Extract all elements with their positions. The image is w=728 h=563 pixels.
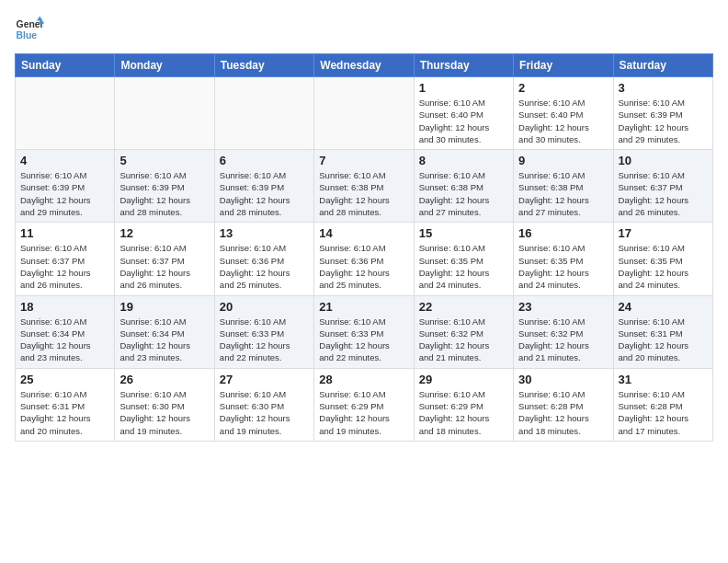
calendar-day-cell: 12Sunrise: 6:10 AM Sunset: 6:37 PM Dayli…: [115, 223, 214, 295]
calendar-week-row: 4Sunrise: 6:10 AM Sunset: 6:39 PM Daylig…: [16, 150, 713, 223]
empty-day-cell: [214, 77, 313, 150]
day-number: 17: [619, 226, 708, 240]
day-detail-text: Sunrise: 6:10 AM Sunset: 6:31 PM Dayligh…: [619, 316, 708, 364]
day-detail-text: Sunrise: 6:10 AM Sunset: 6:39 PM Dayligh…: [619, 97, 708, 145]
day-detail-text: Sunrise: 6:10 AM Sunset: 6:39 PM Dayligh…: [20, 169, 109, 218]
day-number: 3: [619, 81, 708, 95]
calendar-day-cell: 1Sunrise: 6:10 AM Sunset: 6:40 PM Daylig…: [414, 77, 513, 150]
header: General Blue: [15, 15, 713, 44]
day-number: 14: [319, 226, 408, 240]
day-number: 15: [419, 226, 508, 240]
day-number: 24: [619, 300, 708, 314]
calendar-week-row: 18Sunrise: 6:10 AM Sunset: 6:34 PM Dayli…: [16, 295, 713, 368]
day-detail-text: Sunrise: 6:10 AM Sunset: 6:35 PM Dayligh…: [619, 242, 708, 291]
calendar-day-cell: 4Sunrise: 6:10 AM Sunset: 6:39 PM Daylig…: [16, 150, 115, 223]
day-number: 12: [119, 226, 209, 240]
calendar-day-cell: 17Sunrise: 6:10 AM Sunset: 6:35 PM Dayli…: [613, 223, 712, 295]
calendar-day-cell: 3Sunrise: 6:10 AM Sunset: 6:39 PM Daylig…: [613, 77, 712, 150]
day-number: 28: [319, 373, 408, 386]
calendar-day-cell: 24Sunrise: 6:10 AM Sunset: 6:31 PM Dayli…: [613, 295, 712, 368]
empty-day-cell: [16, 77, 115, 150]
calendar-day-cell: 9Sunrise: 6:10 AM Sunset: 6:38 PM Daylig…: [514, 150, 613, 223]
day-number: 13: [220, 226, 309, 240]
calendar-day-cell: 31Sunrise: 6:10 AM Sunset: 6:28 PM Dayli…: [613, 368, 712, 441]
column-header-sunday: Sunday: [16, 54, 115, 77]
day-detail-text: Sunrise: 6:10 AM Sunset: 6:35 PM Dayligh…: [518, 242, 608, 291]
column-header-thursday: Thursday: [414, 54, 513, 77]
day-detail-text: Sunrise: 6:10 AM Sunset: 6:40 PM Dayligh…: [419, 97, 508, 145]
calendar-day-cell: 27Sunrise: 6:10 AM Sunset: 6:30 PM Dayli…: [214, 368, 313, 441]
day-number: 27: [220, 373, 309, 386]
day-number: 16: [518, 226, 608, 240]
day-number: 21: [319, 300, 408, 314]
day-detail-text: Sunrise: 6:10 AM Sunset: 6:30 PM Dayligh…: [119, 388, 209, 437]
calendar-day-cell: 7Sunrise: 6:10 AM Sunset: 6:38 PM Daylig…: [314, 150, 414, 223]
calendar-week-row: 1Sunrise: 6:10 AM Sunset: 6:40 PM Daylig…: [16, 77, 713, 150]
day-number: 2: [518, 81, 608, 95]
day-detail-text: Sunrise: 6:10 AM Sunset: 6:37 PM Dayligh…: [619, 169, 708, 218]
calendar-day-cell: 11Sunrise: 6:10 AM Sunset: 6:37 PM Dayli…: [16, 223, 115, 295]
calendar-day-cell: 13Sunrise: 6:10 AM Sunset: 6:36 PM Dayli…: [214, 223, 313, 295]
day-detail-text: Sunrise: 6:10 AM Sunset: 6:30 PM Dayligh…: [220, 388, 309, 437]
day-detail-text: Sunrise: 6:10 AM Sunset: 6:37 PM Dayligh…: [119, 242, 209, 291]
calendar-day-cell: 6Sunrise: 6:10 AM Sunset: 6:39 PM Daylig…: [214, 150, 313, 223]
calendar-day-cell: 30Sunrise: 6:10 AM Sunset: 6:28 PM Dayli…: [514, 368, 613, 441]
day-number: 6: [220, 154, 309, 167]
calendar-week-row: 11Sunrise: 6:10 AM Sunset: 6:37 PM Dayli…: [16, 223, 713, 295]
day-number: 10: [619, 154, 708, 167]
day-detail-text: Sunrise: 6:10 AM Sunset: 6:33 PM Dayligh…: [319, 316, 408, 364]
calendar-day-cell: 26Sunrise: 6:10 AM Sunset: 6:30 PM Dayli…: [115, 368, 214, 441]
column-header-friday: Friday: [514, 54, 613, 77]
day-number: 9: [518, 154, 608, 167]
day-detail-text: Sunrise: 6:10 AM Sunset: 6:35 PM Dayligh…: [419, 242, 508, 291]
calendar-table: SundayMondayTuesdayWednesdayThursdayFrid…: [15, 53, 713, 442]
day-detail-text: Sunrise: 6:10 AM Sunset: 6:39 PM Dayligh…: [119, 169, 209, 218]
calendar-day-cell: 2Sunrise: 6:10 AM Sunset: 6:40 PM Daylig…: [514, 77, 613, 150]
day-number: 1: [419, 81, 508, 95]
calendar-day-cell: 15Sunrise: 6:10 AM Sunset: 6:35 PM Dayli…: [414, 223, 513, 295]
day-number: 7: [319, 154, 408, 167]
day-detail-text: Sunrise: 6:10 AM Sunset: 6:34 PM Dayligh…: [20, 316, 109, 364]
day-detail-text: Sunrise: 6:10 AM Sunset: 6:38 PM Dayligh…: [518, 169, 608, 218]
calendar-day-cell: 22Sunrise: 6:10 AM Sunset: 6:32 PM Dayli…: [414, 295, 513, 368]
calendar-day-cell: 25Sunrise: 6:10 AM Sunset: 6:31 PM Dayli…: [16, 368, 115, 441]
empty-day-cell: [115, 77, 214, 150]
calendar-day-cell: 20Sunrise: 6:10 AM Sunset: 6:33 PM Dayli…: [214, 295, 313, 368]
logo-icon: General Blue: [15, 15, 44, 44]
day-number: 19: [119, 300, 209, 314]
day-detail-text: Sunrise: 6:10 AM Sunset: 6:36 PM Dayligh…: [319, 242, 408, 291]
day-number: 18: [20, 300, 109, 314]
day-number: 30: [518, 373, 608, 386]
day-detail-text: Sunrise: 6:10 AM Sunset: 6:32 PM Dayligh…: [518, 316, 608, 364]
svg-text:Blue: Blue: [17, 30, 38, 40]
svg-marker-2: [37, 17, 42, 21]
calendar-day-cell: 29Sunrise: 6:10 AM Sunset: 6:29 PM Dayli…: [414, 368, 513, 441]
calendar-day-cell: 19Sunrise: 6:10 AM Sunset: 6:34 PM Dayli…: [115, 295, 214, 368]
day-detail-text: Sunrise: 6:10 AM Sunset: 6:31 PM Dayligh…: [20, 388, 109, 437]
logo: General Blue: [15, 15, 44, 44]
calendar-day-cell: 14Sunrise: 6:10 AM Sunset: 6:36 PM Dayli…: [314, 223, 414, 295]
calendar-day-cell: 28Sunrise: 6:10 AM Sunset: 6:29 PM Dayli…: [314, 368, 414, 441]
day-detail-text: Sunrise: 6:10 AM Sunset: 6:38 PM Dayligh…: [319, 169, 408, 218]
calendar-day-cell: 21Sunrise: 6:10 AM Sunset: 6:33 PM Dayli…: [314, 295, 414, 368]
day-detail-text: Sunrise: 6:10 AM Sunset: 6:36 PM Dayligh…: [220, 242, 309, 291]
day-number: 26: [119, 373, 209, 386]
calendar-header-row: SundayMondayTuesdayWednesdayThursdayFrid…: [16, 54, 713, 77]
day-number: 25: [20, 373, 109, 386]
calendar-week-row: 25Sunrise: 6:10 AM Sunset: 6:31 PM Dayli…: [16, 368, 713, 441]
day-number: 22: [419, 300, 508, 314]
day-detail-text: Sunrise: 6:10 AM Sunset: 6:29 PM Dayligh…: [319, 388, 408, 437]
day-detail-text: Sunrise: 6:10 AM Sunset: 6:38 PM Dayligh…: [419, 169, 508, 218]
calendar-day-cell: 18Sunrise: 6:10 AM Sunset: 6:34 PM Dayli…: [16, 295, 115, 368]
day-detail-text: Sunrise: 6:10 AM Sunset: 6:28 PM Dayligh…: [619, 388, 708, 437]
day-number: 8: [419, 154, 508, 167]
column-header-wednesday: Wednesday: [314, 54, 414, 77]
calendar-day-cell: 5Sunrise: 6:10 AM Sunset: 6:39 PM Daylig…: [115, 150, 214, 223]
day-number: 11: [20, 226, 109, 240]
empty-day-cell: [314, 77, 414, 150]
day-number: 4: [20, 154, 109, 167]
column-header-monday: Monday: [115, 54, 214, 77]
column-header-saturday: Saturday: [613, 54, 712, 77]
day-number: 20: [220, 300, 309, 314]
day-number: 23: [518, 300, 608, 314]
